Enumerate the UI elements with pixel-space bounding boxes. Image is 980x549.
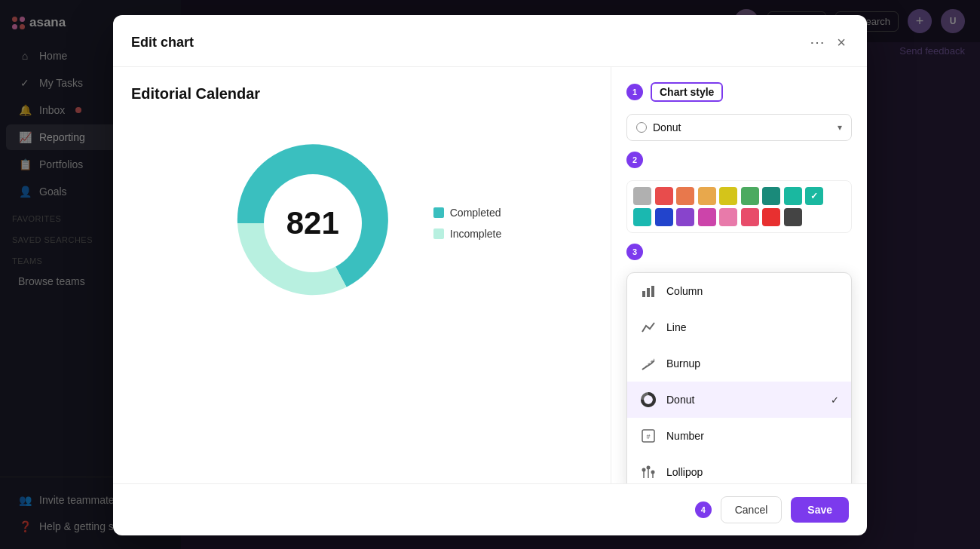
modal-close-button[interactable]: ×: [834, 31, 849, 54]
color-swatch-teal1[interactable]: [784, 187, 802, 205]
number-icon: #: [639, 427, 657, 445]
modal-header-actions: ⋯ ×: [807, 30, 849, 54]
svg-point-12: [651, 471, 655, 474]
color-swatch-red[interactable]: [655, 187, 673, 205]
cancel-button[interactable]: Cancel: [721, 496, 782, 523]
step1-badge: 1: [626, 84, 643, 100]
step3-row: 3: [626, 242, 852, 260]
chevron-down-icon: ▾: [838, 122, 842, 133]
dropdown-circle-icon: [636, 122, 647, 133]
color-swatch-orange[interactable]: [676, 187, 694, 205]
chart-type-donut[interactable]: Donut ✓: [627, 382, 851, 418]
chart-type-burnup[interactable]: Burnup: [627, 345, 851, 382]
dropdown-selected-value: Donut: [653, 121, 831, 133]
chart-type-line[interactable]: Line: [627, 309, 851, 345]
chart-preview-title: Editorial Calendar: [131, 85, 260, 103]
step2-row: 2: [626, 150, 852, 168]
svg-point-8: [642, 468, 646, 472]
chart-type-number[interactable]: # Number: [627, 418, 851, 454]
step2-section: 2: [626, 150, 852, 233]
color-swatch-yellow[interactable]: [719, 187, 737, 205]
step1-row: 1 Chart style: [626, 82, 852, 102]
chart-style-label: Chart style: [651, 82, 723, 102]
svg-point-10: [647, 466, 651, 470]
chart-settings-panel: 1 Chart style Donut ▾ 2: [611, 67, 867, 483]
chart-legend: Completed Incomplete: [433, 207, 501, 240]
modal-more-button[interactable]: ⋯: [807, 30, 828, 54]
donut-chart-container: 821 Completed Incomplete: [222, 133, 501, 314]
donut-icon: [639, 391, 657, 409]
color-swatch-gray[interactable]: [633, 187, 651, 205]
color-swatch-blue[interactable]: [655, 208, 673, 226]
color-swatch-dark[interactable]: [784, 208, 802, 226]
chart-preview-panel: Editorial Calendar 821: [113, 67, 611, 483]
color-swatch-purple[interactable]: [676, 208, 694, 226]
donut-chart: 821: [222, 133, 403, 314]
chart-type-number-label: Number: [666, 430, 704, 442]
lollipop-icon: [639, 463, 657, 481]
color-swatch-green-dark[interactable]: [741, 187, 759, 205]
donut-center-value: 821: [286, 205, 339, 241]
chart-type-dropdown: Column Line: [626, 272, 852, 483]
svg-rect-1: [647, 288, 650, 297]
svg-rect-0: [642, 291, 645, 297]
color-swatch-teal2[interactable]: [633, 208, 651, 226]
legend-dot-incomplete: [433, 228, 444, 239]
color-swatch-teal-dark[interactable]: [762, 187, 780, 205]
color-swatch-yellow-orange[interactable]: [698, 187, 716, 205]
modal-backdrop: Edit chart ⋯ × Editorial Calendar: [0, 0, 980, 549]
chart-type-lollipop[interactable]: Lollipop: [627, 454, 851, 483]
color-swatch-pink[interactable]: [719, 208, 737, 226]
color-swatch-empty: [827, 187, 845, 205]
modal-title: Edit chart: [131, 35, 807, 51]
color-swatch-teal-selected[interactable]: [805, 187, 823, 205]
column-icon: [639, 282, 657, 300]
chart-type-burnup-label: Burnup: [666, 357, 700, 370]
line-icon: [639, 318, 657, 336]
chart-type-lollipop-label: Lollipop: [666, 466, 703, 478]
svg-point-4: [645, 397, 651, 403]
save-button[interactable]: Save: [791, 497, 849, 523]
step3-badge: 3: [626, 244, 643, 260]
legend-item-incomplete: Incomplete: [433, 228, 501, 240]
modal-footer: 4 Cancel Save: [113, 483, 867, 535]
edit-chart-modal: Edit chart ⋯ × Editorial Calendar: [113, 15, 867, 535]
chart-type-column[interactable]: Column: [627, 273, 851, 309]
chart-type-column-label: Column: [666, 285, 703, 297]
legend-item-completed: Completed: [433, 207, 501, 219]
step2-badge: 2: [626, 152, 643, 168]
modal-header: Edit chart ⋯ ×: [113, 15, 867, 67]
step4-badge: 4: [695, 501, 712, 518]
chart-type-check-icon: ✓: [831, 394, 839, 406]
svg-rect-2: [651, 286, 654, 297]
chart-style-dropdown[interactable]: Donut ▾: [626, 114, 852, 141]
burnup-icon: [639, 354, 657, 373]
color-swatch-red2[interactable]: [762, 208, 780, 226]
color-swatch-pink-dark[interactable]: [698, 208, 716, 226]
color-swatch-red-pink[interactable]: [741, 208, 759, 226]
chart-type-line-label: Line: [666, 321, 686, 333]
step3-section: 3 Column: [626, 242, 852, 483]
modal-body: Editorial Calendar 821: [113, 67, 867, 483]
color-palette: [626, 180, 852, 233]
legend-dot-completed: [433, 207, 444, 218]
svg-text:#: #: [646, 433, 650, 440]
chart-type-donut-label: Donut: [666, 394, 694, 406]
